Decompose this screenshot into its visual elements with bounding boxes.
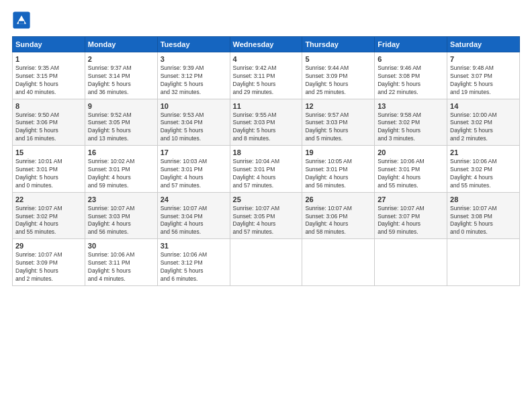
day-number: 6 [378,55,444,63]
calendar-cell: 31Sunrise: 10:06 AMSunset: 3:12 PMDaylig… [157,239,230,286]
calendar-cell: 21Sunrise: 10:06 AMSunset: 3:02 PMDaylig… [447,146,520,193]
day-number: 16 [88,148,154,156]
calendar-cell: 30Sunrise: 10:06 AMSunset: 3:11 PMDaylig… [85,239,157,286]
day-info: Sunrise: 10:03 AMSunset: 3:01 PMDaylight… [161,158,227,190]
day-number: 20 [378,148,444,156]
day-number: 22 [15,195,82,203]
calendar-cell: 20Sunrise: 10:06 AMSunset: 3:01 PMDaylig… [375,146,447,193]
day-number: 19 [305,148,371,156]
day-info: Sunrise: 10:06 AMSunset: 3:01 PMDaylight… [378,158,444,190]
calendar-cell: 9Sunrise: 9:52 AMSunset: 3:05 PMDaylight… [85,99,157,146]
header-day-thursday: Thursday [302,37,375,52]
calendar-cell: 19Sunrise: 10:05 AMSunset: 3:01 PMDaylig… [302,146,375,193]
day-number: 12 [305,102,371,110]
day-number: 23 [88,195,154,203]
day-number: 26 [305,195,371,203]
day-number: 17 [161,148,227,156]
day-info: Sunrise: 9:42 AMSunset: 3:11 PMDaylight:… [233,64,300,97]
day-info: Sunrise: 10:06 AMSunset: 3:02 PMDaylight… [450,158,517,190]
day-info: Sunrise: 10:06 AMSunset: 3:12 PMDaylight… [161,251,227,283]
calendar-week-5: 29Sunrise: 10:07 AMSunset: 3:09 PMDaylig… [13,239,520,286]
calendar-cell: 10Sunrise: 9:53 AMSunset: 3:04 PMDayligh… [157,99,230,146]
day-number: 31 [161,242,227,250]
day-number: 27 [378,195,444,203]
calendar-cell: 23Sunrise: 10:07 AMSunset: 3:03 PMDaylig… [85,192,157,239]
day-info: Sunrise: 9:44 AMSunset: 3:09 PMDaylight:… [305,64,371,97]
logo [12,11,32,30]
day-number: 10 [161,102,227,110]
day-number: 7 [450,55,517,63]
day-info: Sunrise: 9:35 AMSunset: 3:15 PMDaylight:… [15,64,82,97]
calendar-cell: 17Sunrise: 10:03 AMSunset: 3:01 PMDaylig… [157,146,230,193]
calendar-cell: 24Sunrise: 10:07 AMSunset: 3:04 PMDaylig… [157,192,230,239]
day-info: Sunrise: 9:52 AMSunset: 3:05 PMDaylight:… [88,111,154,144]
calendar-week-2: 8Sunrise: 9:50 AMSunset: 3:06 PMDaylight… [13,99,520,146]
day-number: 28 [450,195,517,203]
day-info: Sunrise: 9:55 AMSunset: 3:03 PMDaylight:… [233,111,300,144]
calendar-header-row: SundayMondayTuesdayWednesdayThursdayFrid… [13,37,520,52]
day-number: 1 [15,55,82,63]
day-number: 29 [15,242,82,250]
day-number: 25 [233,195,300,203]
calendar-cell [302,239,375,286]
day-info: Sunrise: 10:07 AMSunset: 3:07 PMDaylight… [378,205,444,237]
day-number: 24 [161,195,227,203]
header-day-monday: Monday [85,37,157,52]
svg-rect-2 [19,21,24,24]
day-info: Sunrise: 9:58 AMSunset: 3:02 PMDaylight:… [378,111,444,144]
calendar-week-4: 22Sunrise: 10:07 AMSunset: 3:02 PMDaylig… [13,192,520,239]
header-day-tuesday: Tuesday [157,37,230,52]
calendar-cell: 1Sunrise: 9:35 AMSunset: 3:15 PMDaylight… [13,52,85,99]
day-info: Sunrise: 9:57 AMSunset: 3:03 PMDaylight:… [305,111,371,144]
day-info: Sunrise: 10:07 AMSunset: 3:05 PMDaylight… [233,205,300,237]
header-day-friday: Friday [375,37,447,52]
day-number: 5 [305,55,371,63]
calendar-cell: 7Sunrise: 9:48 AMSunset: 3:07 PMDaylight… [447,52,520,99]
day-info: Sunrise: 10:07 AMSunset: 3:04 PMDaylight… [161,205,227,237]
calendar-cell [375,239,447,286]
calendar-cell: 14Sunrise: 10:00 AMSunset: 3:02 PMDaylig… [447,99,520,146]
day-info: Sunrise: 10:07 AMSunset: 3:03 PMDaylight… [88,205,154,237]
day-info: Sunrise: 9:48 AMSunset: 3:07 PMDaylight:… [450,64,517,97]
day-number: 11 [233,102,300,110]
day-number: 9 [88,102,154,110]
day-info: Sunrise: 10:05 AMSunset: 3:01 PMDaylight… [305,158,371,190]
calendar-cell: 4Sunrise: 9:42 AMSunset: 3:11 PMDaylight… [230,52,302,99]
day-number: 21 [450,148,517,156]
day-info: Sunrise: 9:39 AMSunset: 3:12 PMDaylight:… [161,64,227,97]
calendar-cell [447,239,520,286]
calendar-cell: 3Sunrise: 9:39 AMSunset: 3:12 PMDaylight… [157,52,230,99]
day-info: Sunrise: 10:00 AMSunset: 3:02 PMDaylight… [450,111,517,144]
calendar-cell: 29Sunrise: 10:07 AMSunset: 3:09 PMDaylig… [13,239,85,286]
day-info: Sunrise: 10:07 AMSunset: 3:09 PMDaylight… [15,251,82,283]
calendar-week-1: 1Sunrise: 9:35 AMSunset: 3:15 PMDaylight… [13,52,520,99]
calendar-week-3: 15Sunrise: 10:01 AMSunset: 3:01 PMDaylig… [13,146,520,193]
day-number: 30 [88,242,154,250]
day-number: 18 [233,148,300,156]
calendar-cell: 2Sunrise: 9:37 AMSunset: 3:14 PMDaylight… [85,52,157,99]
calendar-table: SundayMondayTuesdayWednesdayThursdayFrid… [12,36,520,286]
day-number: 4 [233,55,300,63]
day-info: Sunrise: 9:46 AMSunset: 3:08 PMDaylight:… [378,64,444,97]
day-info: Sunrise: 10:06 AMSunset: 3:11 PMDaylight… [88,251,154,283]
day-info: Sunrise: 9:53 AMSunset: 3:04 PMDaylight:… [161,111,227,144]
calendar-cell: 18Sunrise: 10:04 AMSunset: 3:01 PMDaylig… [230,146,302,193]
day-number: 3 [161,55,227,63]
calendar-cell: 6Sunrise: 9:46 AMSunset: 3:08 PMDaylight… [375,52,447,99]
calendar-cell: 27Sunrise: 10:07 AMSunset: 3:07 PMDaylig… [375,192,447,239]
header [12,11,520,30]
day-info: Sunrise: 10:07 AMSunset: 3:02 PMDaylight… [15,205,82,237]
calendar-cell: 5Sunrise: 9:44 AMSunset: 3:09 PMDaylight… [302,52,375,99]
day-info: Sunrise: 10:04 AMSunset: 3:01 PMDaylight… [233,158,300,190]
header-day-saturday: Saturday [447,37,520,52]
calendar-cell: 16Sunrise: 10:02 AMSunset: 3:01 PMDaylig… [85,146,157,193]
calendar-cell: 26Sunrise: 10:07 AMSunset: 3:06 PMDaylig… [302,192,375,239]
calendar-cell: 28Sunrise: 10:07 AMSunset: 3:08 PMDaylig… [447,192,520,239]
day-number: 13 [378,102,444,110]
header-day-sunday: Sunday [13,37,85,52]
page: SundayMondayTuesdayWednesdayThursdayFrid… [0,0,532,411]
day-number: 14 [450,102,517,110]
calendar-cell: 22Sunrise: 10:07 AMSunset: 3:02 PMDaylig… [13,192,85,239]
day-info: Sunrise: 10:02 AMSunset: 3:01 PMDaylight… [88,158,154,190]
calendar-cell: 15Sunrise: 10:01 AMSunset: 3:01 PMDaylig… [13,146,85,193]
